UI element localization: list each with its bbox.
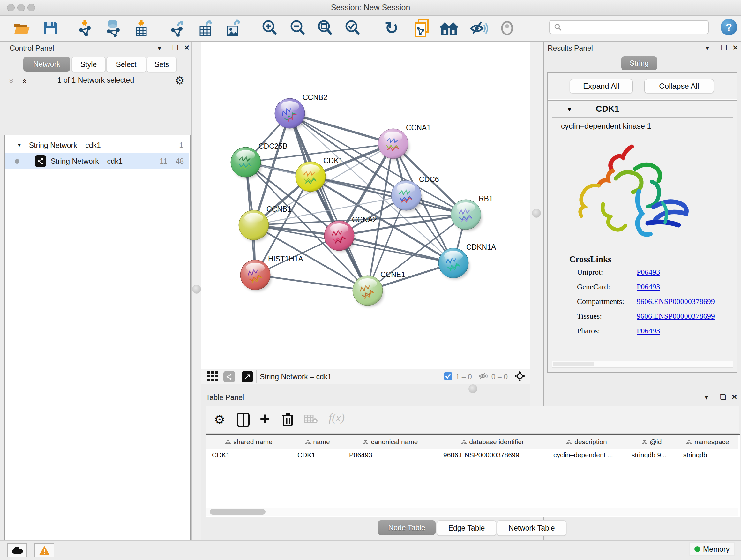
hidden-eye-slash-icon[interactable] (479, 372, 489, 381)
zoom-selected-icon[interactable] (343, 19, 362, 37)
results-horizontal-scrollbar[interactable] (552, 361, 733, 368)
export-network-icon[interactable] (169, 19, 187, 37)
table-scrollbar-thumb[interactable] (210, 509, 266, 515)
center-view-crosshair-icon[interactable] (515, 371, 525, 383)
table-cell-namespace[interactable]: stringdb (677, 449, 738, 461)
crosslink-value-link[interactable]: P06493 (636, 327, 660, 335)
horizontal-splitter-handle[interactable] (468, 384, 477, 393)
node-RB1[interactable]: RB1 (451, 194, 493, 231)
search-input[interactable] (562, 23, 704, 32)
show-columns-icon[interactable] (237, 413, 250, 428)
table-panel-title: Table Panel (206, 393, 244, 402)
node-CDK1[interactable]: CDK1 (295, 157, 343, 193)
left-splitter-handle[interactable] (192, 285, 201, 294)
column-header-name[interactable]: name (292, 435, 344, 449)
network-row[interactable]: String Network – cdk1 11 48 (5, 153, 189, 169)
import-network-database-icon[interactable] (104, 19, 123, 37)
tab-string[interactable]: String (621, 56, 657, 70)
column-type-icon (566, 440, 572, 444)
column-header-shared-name[interactable]: shared name (206, 435, 292, 449)
node-HIST1H1A[interactable]: HIST1H1A (240, 255, 304, 291)
save-session-icon[interactable] (42, 19, 60, 37)
import-table-icon[interactable] (132, 19, 151, 37)
tab-select[interactable]: Select (106, 57, 146, 72)
help-icon[interactable]: ? (721, 19, 737, 36)
table-horizontal-scrollbar[interactable] (206, 508, 738, 516)
table-cell-description[interactable]: cyclin–dependent ... (548, 449, 626, 461)
home-networks-icon[interactable] (440, 19, 458, 37)
column-header-description[interactable]: description (548, 435, 626, 449)
collapse-all-button[interactable]: Collapse All (644, 79, 714, 93)
tab-network-table[interactable]: Network Table (497, 520, 566, 536)
column-header-canonical-name[interactable]: canonical name (343, 435, 438, 449)
control-panel-float-icon[interactable]: ❏ (172, 44, 179, 52)
column-type-icon (363, 440, 368, 444)
edge-HIST1H1A-CCNE1[interactable] (255, 275, 367, 291)
show-all-icon[interactable] (498, 19, 516, 37)
open-session-icon[interactable] (13, 19, 31, 37)
results-panel-close-icon[interactable]: ✕ (732, 44, 738, 52)
crosslink-value-link[interactable]: P06493 (636, 268, 660, 276)
selected-checkbox-icon[interactable] (444, 372, 453, 382)
table-cell-canonical-name[interactable]: P06493 (343, 449, 437, 461)
tab-style[interactable]: Style (71, 57, 106, 72)
tab-node-table[interactable]: Node Table (378, 520, 435, 535)
tree-expander-icon[interactable]: ▼ (17, 142, 22, 148)
column-header-database-identifier[interactable]: database identifier (437, 435, 548, 449)
table-panel-menu-icon[interactable]: ▾ (704, 393, 708, 401)
crosslink-value-link[interactable]: P06493 (636, 283, 660, 291)
table-cell-@id[interactable]: stringdb:9... (626, 449, 677, 461)
network-collection-row[interactable]: ▼ String Network – cdk1 1 (5, 137, 189, 153)
table-cell-database-identifier[interactable]: 9606.ENSP00000378699 (437, 449, 548, 461)
add-column-plus-icon[interactable]: + (260, 409, 269, 428)
edge-CCNA2-CDKN1A[interactable] (339, 236, 454, 263)
results-panel-float-icon[interactable]: ❏ (721, 44, 727, 52)
right-splitter-handle[interactable] (532, 209, 541, 218)
column-header-@id[interactable]: @id (626, 435, 678, 449)
refresh-icon[interactable]: ↻ (382, 19, 401, 37)
export-image-icon[interactable] (224, 19, 243, 37)
zoom-in-icon[interactable] (260, 19, 279, 37)
node-CCNB2[interactable]: CCNB2 (275, 93, 327, 130)
table-options-gear-icon[interactable]: ⚙ (214, 412, 225, 427)
delete-column-trash-icon[interactable] (282, 412, 293, 428)
export-table-icon[interactable] (197, 19, 215, 37)
node-table[interactable]: shared namenamecanonical namedatabase id… (206, 434, 740, 517)
hide-selected-icon[interactable] (470, 19, 488, 37)
crosslink-label: GeneCard: (577, 283, 636, 291)
control-panel-menu-icon[interactable]: ▾ (158, 44, 161, 52)
tab-edge-table[interactable]: Edge Table (437, 520, 496, 536)
horizontal-splitter[interactable] (201, 384, 530, 393)
memory-button[interactable]: Memory (689, 542, 735, 556)
string-panel-icon[interactable] (223, 371, 235, 382)
results-panel-menu-icon[interactable]: ▾ (705, 44, 709, 52)
network-view-canvas[interactable]: CCNB2CCNA1CDC25BCDK1CDC6RB1CCNB1CCNA2CDK… (201, 42, 530, 369)
node-CDKN1A[interactable]: CDKN1A (439, 243, 496, 279)
expand-all-button[interactable]: Expand All (569, 79, 633, 93)
open-in-window-icon[interactable] (242, 371, 253, 382)
birdseye-view-icon[interactable] (207, 371, 218, 382)
zoom-out-icon[interactable] (288, 19, 307, 37)
network-list-options-gear-icon[interactable]: ⚙ (175, 74, 185, 87)
control-panel-close-icon[interactable]: ✕ (184, 44, 190, 52)
left-splitter[interactable] (192, 42, 201, 540)
tab-network[interactable]: Network (23, 57, 70, 71)
crosslink-value-link[interactable]: 9606.ENSP00000378699 (636, 312, 715, 320)
column-header-namespace[interactable]: namespace (677, 435, 738, 449)
warning-status-button[interactable] (35, 543, 54, 557)
cdk1-expander-icon[interactable]: ▼ (566, 106, 572, 113)
crosslink-value-link[interactable]: 9606.ENSP00000378699 (636, 297, 715, 306)
table-cell-name[interactable]: CDK1 (292, 449, 343, 461)
results-scrollbar-thumb[interactable] (553, 362, 594, 366)
table-panel-close-icon[interactable]: ✕ (731, 393, 737, 401)
zoom-fit-icon[interactable] (316, 19, 334, 37)
import-network-file-icon[interactable] (76, 19, 94, 37)
cloud-status-button[interactable] (7, 543, 27, 557)
table-panel-float-icon[interactable]: ❏ (720, 393, 726, 401)
column-type-icon (686, 440, 692, 444)
clone-network-icon[interactable] (413, 19, 431, 37)
node-label-CCNA2: CCNA2 (352, 215, 377, 224)
node-CCNA1[interactable]: CCNA1 (378, 124, 431, 160)
table-cell-shared-name[interactable]: CDK1 (206, 449, 292, 461)
tab-sets[interactable]: Sets (147, 57, 177, 72)
